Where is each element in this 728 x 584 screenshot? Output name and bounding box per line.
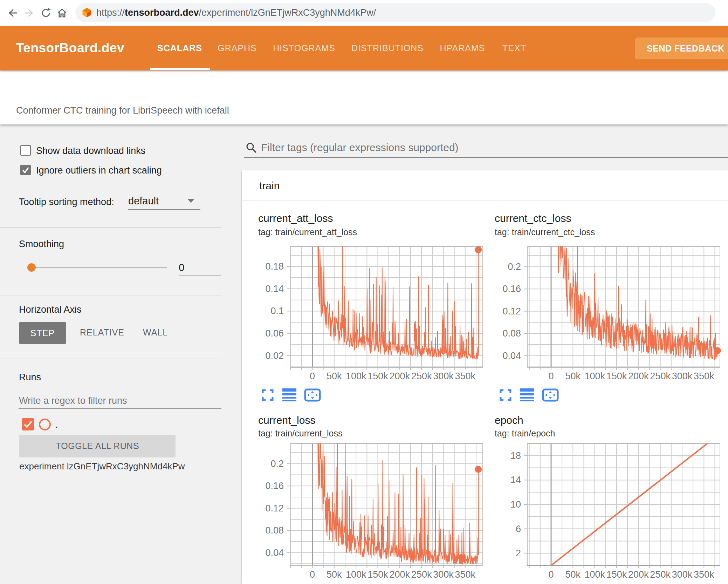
axis-step-button[interactable]: STEP xyxy=(19,322,66,344)
runs-filter-underline xyxy=(19,408,221,409)
x-tick-label: 300k xyxy=(672,569,693,580)
x-tick-label: 200k xyxy=(628,371,649,381)
x-tick-label: 150k xyxy=(368,371,388,381)
y-tick-label: 6 xyxy=(516,524,521,534)
y-tick-label: 10 xyxy=(510,499,521,510)
x-tick-label: 300k xyxy=(433,371,454,381)
tooltip-sorting-select[interactable]: default xyxy=(128,195,159,207)
x-tick-label: 0 xyxy=(310,569,315,580)
final-point-dot xyxy=(714,347,721,354)
chevron-down-icon[interactable] xyxy=(188,199,194,203)
experiment-id-label: experiment lzGnETjwRxC3yghNMd4kPw xyxy=(19,461,185,472)
x-tick-label: 300k xyxy=(672,371,693,381)
forward-icon[interactable] xyxy=(23,7,35,19)
run-color-swatch[interactable] xyxy=(39,419,51,430)
smoothing-value-underline xyxy=(179,276,221,276)
x-tick-label: 50k xyxy=(327,569,342,580)
tab-graphs[interactable]: GRAPHS xyxy=(218,43,257,53)
y-tick-label: 18 xyxy=(510,450,521,461)
x-tick-label: 200k xyxy=(628,569,649,580)
x-tick-label: 200k xyxy=(390,371,410,381)
x-tick-label: 150k xyxy=(606,371,627,381)
filter-tags-input[interactable]: Filter tags (regular expressions support… xyxy=(261,142,459,154)
smoothing-value[interactable]: 0 xyxy=(179,262,185,273)
y-tick-label: 0.18 xyxy=(265,261,284,272)
filter-tags-underline xyxy=(244,157,728,158)
show-download-links-checkbox[interactable] xyxy=(20,145,31,156)
run-checkbox[interactable] xyxy=(22,418,34,430)
tab-text[interactable]: TEXT xyxy=(502,43,526,53)
y-tick-label: 0.16 xyxy=(502,284,521,294)
x-tick-label: 50k xyxy=(565,569,581,580)
y-tick-label: 0.08 xyxy=(265,525,284,536)
horizontal-axis-label: Horizontal Axis xyxy=(19,304,82,315)
check-icon xyxy=(22,418,34,430)
x-tick-label: 150k xyxy=(368,569,388,580)
y-tick-label: 2 xyxy=(516,548,521,558)
url-bar[interactable]: https://tensorboard.dev/experiment/lzGnE… xyxy=(75,3,715,22)
x-tick-label: 250k xyxy=(411,371,432,381)
chart-current_ctc_loss[interactable]: 050k100k150k200k250k300k350k0.20.160.120… xyxy=(502,170,721,381)
runs-filter-input[interactable]: Write a regex to filter runs xyxy=(19,395,127,406)
browser-bar: https://tensorboard.dev/experiment/lzGnE… xyxy=(0,0,728,26)
x-tick-label: 0 xyxy=(310,371,315,381)
sidebar-divider xyxy=(0,227,221,228)
app-header: TensorBoard.dev SCALARS GRAPHS HISTOGRAM… xyxy=(0,26,728,70)
smoothing-slider-thumb[interactable] xyxy=(27,263,36,272)
tensorboard-page: { "browser": { "url_scheme": "https://",… xyxy=(0,0,728,584)
x-tick-label: 250k xyxy=(411,569,432,580)
check-icon xyxy=(21,165,30,175)
x-tick-label: 200k xyxy=(390,569,410,580)
tooltip-sorting-underline xyxy=(128,209,200,210)
smoothing-label: Smoothing xyxy=(19,239,64,250)
tab-histograms[interactable]: HISTOGRAMS xyxy=(273,43,335,53)
toggle-all-runs-button[interactable]: TOGGLE ALL RUNS xyxy=(19,435,176,457)
experiment-subtitle: Conformer CTC training for LibriSpeech w… xyxy=(16,105,229,116)
y-tick-label: 0.08 xyxy=(502,328,521,339)
ignore-outliers-label: Ignore outliers in chart scaling xyxy=(36,165,162,176)
x-tick-label: 250k xyxy=(650,569,671,580)
y-tick-label: 0.12 xyxy=(265,503,284,514)
url-text: https://tensorboard.dev/experiment/lzGnE… xyxy=(96,7,376,18)
chart-epoch[interactable]: 050k100k150k200k250k300k350k18141062 xyxy=(510,443,720,580)
ignore-outliers-checkbox[interactable] xyxy=(20,165,31,175)
x-tick-label: 50k xyxy=(565,371,581,381)
active-tab-underline xyxy=(150,68,210,70)
x-tick-label: 100k xyxy=(346,569,366,580)
runs-label: Runs xyxy=(19,372,41,383)
x-tick-label: 300k xyxy=(433,569,454,580)
run-name: . xyxy=(55,419,58,430)
axis-relative-button[interactable]: RELATIVE xyxy=(78,327,126,338)
y-tick-label: 0.04 xyxy=(502,351,521,361)
chart-current_att_loss[interactable]: 050k100k150k200k250k300k350k0.180.140.10… xyxy=(265,170,483,381)
y-tick-label: 0.04 xyxy=(265,548,284,558)
tab-hparams[interactable]: HPARAMS xyxy=(440,43,485,53)
back-icon[interactable] xyxy=(6,7,18,19)
sidebar-divider xyxy=(0,359,221,359)
y-tick-label: 0.14 xyxy=(265,284,284,294)
x-tick-label: 0 xyxy=(548,569,554,580)
search-icon xyxy=(245,142,257,154)
x-tick-label: 100k xyxy=(584,569,605,580)
tooltip-sorting-label: Tooltip sorting method: xyxy=(19,197,114,208)
charts-canvas[interactable]: 050k100k150k200k250k300k350k0.180.140.10… xyxy=(242,170,728,584)
y-tick-label: 0.16 xyxy=(265,481,284,491)
x-tick-label: 0 xyxy=(548,371,554,381)
x-tick-label: 350k xyxy=(694,371,714,381)
sidebar-divider xyxy=(0,295,221,296)
x-tick-label: 350k xyxy=(694,569,714,580)
axis-wall-button[interactable]: WALL xyxy=(141,327,170,338)
tab-scalars[interactable]: SCALARS xyxy=(157,43,202,53)
experiment-subtitle-band xyxy=(0,70,728,124)
smoothing-slider-track[interactable] xyxy=(29,267,167,268)
home-icon[interactable] xyxy=(56,7,68,19)
y-tick-label: 0.12 xyxy=(502,306,521,317)
y-tick-label: 0.02 xyxy=(265,351,284,361)
y-tick-label: 14 xyxy=(510,475,521,485)
refresh-icon[interactable] xyxy=(40,7,52,19)
app-logo: TensorBoard.dev xyxy=(16,41,124,55)
send-feedback-button[interactable]: SEND FEEDBACK xyxy=(635,38,728,59)
tab-distributions[interactable]: DISTRIBUTIONS xyxy=(351,43,424,53)
tensorboard-favicon xyxy=(82,7,92,18)
x-tick-label: 350k xyxy=(455,569,476,580)
